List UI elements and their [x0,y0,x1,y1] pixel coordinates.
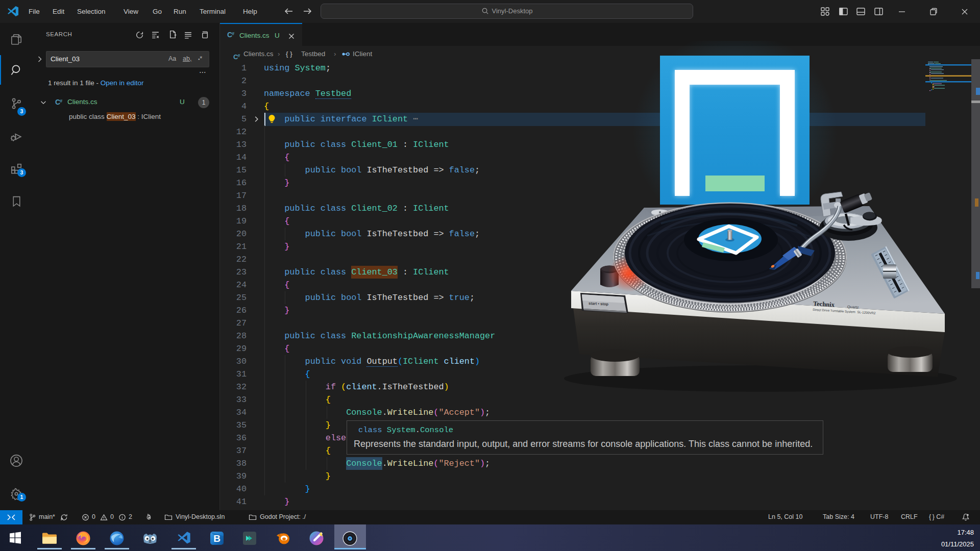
svg-text:Technix: Technix [813,300,835,308]
svg-text:start • stop: start • stop [589,301,609,307]
svg-text:B: B [213,533,220,544]
svg-text:Quartz: Quartz [847,305,859,310]
